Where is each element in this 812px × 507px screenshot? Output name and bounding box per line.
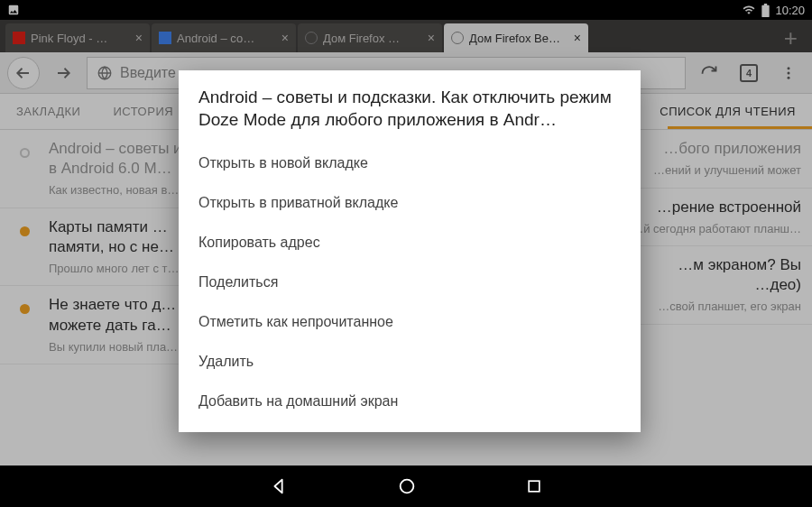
system-nav-bar: [0, 466, 812, 507]
nav-home-button[interactable]: [397, 476, 417, 496]
context-menu-dialog: Android – советы и подсказки. Как отключ…: [179, 70, 641, 432]
menu-delete[interactable]: Удалить: [179, 342, 641, 382]
nav-recents-button[interactable]: [525, 477, 543, 495]
menu-copy-address[interactable]: Копировать адрес: [179, 223, 641, 263]
dialog-title: Android – советы и подсказки. Как отключ…: [179, 87, 641, 143]
menu-share[interactable]: Поделиться: [179, 263, 641, 302]
menu-open-new-tab[interactable]: Открыть в новой вкладке: [179, 143, 641, 183]
menu-mark-unread[interactable]: Отметить как непрочитанное: [179, 302, 641, 342]
svg-point-4: [401, 480, 414, 493]
menu-add-home-screen[interactable]: Добавить на домашний экран: [179, 382, 641, 421]
svg-rect-5: [529, 481, 540, 492]
menu-open-private-tab[interactable]: Открыть в приватной вкладке: [179, 183, 641, 223]
nav-back-button[interactable]: [269, 476, 289, 496]
